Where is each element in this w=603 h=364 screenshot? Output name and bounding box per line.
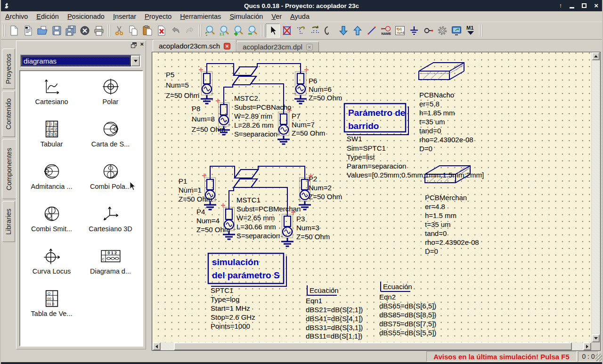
diagram-item-carta-de-smith[interactable]: Carta de S...	[81, 115, 140, 158]
tab-schematic[interactable]: acoplador23cm.sch ×	[153, 40, 236, 52]
menu-archivo[interactable]: Archivo	[1, 12, 32, 21]
diagram-item-tabular[interactable]: fiu142235 Tabular	[22, 115, 81, 158]
port-P7[interactable]	[277, 108, 292, 145]
sidebar-tab-proyectos[interactable]: Proyectos	[2, 49, 15, 89]
diagram-item-tabla-de-verdad[interactable]: Q00 101 0 Tabla de Ve...	[22, 285, 81, 327]
equation-eqn1[interactable]: Ecuación Eqn1 dBS21=dB(S[2,1]) dBS41=dB(…	[306, 285, 363, 340]
diagram-item-combi-polar-smith[interactable]: Combi Pola...	[81, 158, 140, 200]
menu-ayuda[interactable]: Ayuda	[286, 12, 314, 21]
maximize-icon[interactable]	[582, 3, 587, 8]
paste-button[interactable]	[140, 24, 155, 38]
sidebar-tab-contenido[interactable]: Contenido	[2, 91, 15, 137]
scrollbar-thumb[interactable]	[174, 342, 572, 350]
sparameter-simulation-component[interactable]: simulación del parámetro S SPTC1 Type=lo…	[208, 253, 286, 330]
horizontal-scrollbar[interactable]	[153, 342, 591, 350]
new-text-document-button[interactable]	[21, 24, 35, 38]
vertical-scrollbar[interactable]	[592, 52, 600, 342]
minimize-icon[interactable]	[570, 7, 574, 8]
insert-wire-button[interactable]	[365, 24, 379, 38]
open-document-button[interactable]	[35, 24, 49, 38]
port-P6[interactable]	[294, 68, 309, 104]
sidebar-tab-componentes[interactable]: Componentes	[2, 139, 16, 199]
rotate-component-button[interactable]	[294, 24, 308, 38]
copy-button[interactable]	[126, 24, 140, 38]
zoom-one-to-one-button[interactable]: 1:1	[217, 24, 231, 38]
menu-proyecto[interactable]: Proyecto	[140, 12, 176, 21]
diagram-item-combi-smith-polar[interactable]: Combi Smit...	[22, 200, 81, 243]
toolbar-handle[interactable]	[107, 24, 111, 37]
component-category-select[interactable]: diagramas	[20, 55, 141, 67]
port-P1[interactable]	[202, 174, 217, 210]
zoom-in-button[interactable]	[231, 24, 245, 38]
dock-float-icon[interactable]	[132, 42, 137, 46]
menu-simulacion[interactable]: Simulación	[225, 12, 267, 21]
menu-posicionado[interactable]: Posicionado	[63, 12, 109, 21]
menu-insertar[interactable]: Insertar	[109, 12, 140, 21]
resize-grip[interactable]	[595, 354, 602, 361]
redo-button[interactable]	[183, 24, 197, 38]
scroll-right-button[interactable]	[583, 342, 591, 350]
view-data-display-button[interactable]	[449, 24, 464, 38]
scroll-left-button[interactable]	[153, 342, 161, 350]
schematic-canvas[interactable]: P5 Num=5 Z=50 Ohm P8 Num=8 Z=50 Ohm P6 N…	[153, 52, 591, 342]
port-P4[interactable]	[221, 203, 236, 240]
coupler-label-mstc2[interactable]: MSTC2 Subst=PCBNacho W=2.89 mm L=28.26 m…	[234, 94, 291, 138]
coupled-line-mstc2[interactable]	[233, 67, 257, 85]
equation-eqn2[interactable]: Ecuación Eqn2 dBS65=dB(S[6,5]) dBS85=dB(…	[379, 282, 436, 337]
menu-ver[interactable]: Ver	[267, 12, 286, 21]
port-P3[interactable]	[281, 210, 295, 247]
close-document-button[interactable]	[78, 24, 92, 38]
subcircuit-enter-button[interactable]	[336, 24, 350, 38]
zoom-out-button[interactable]	[245, 24, 260, 38]
insert-port-button[interactable]	[421, 24, 435, 38]
scroll-down-button[interactable]	[592, 334, 600, 342]
new-document-button[interactable]	[7, 24, 21, 38]
set-marker-button[interactable]: M1	[464, 24, 478, 38]
sidebar-tab-libraries[interactable]: Libraries	[2, 201, 15, 242]
diagram-item-diagrama-de-tiempo[interactable]: 0 1 2c Diagrama d...	[81, 243, 140, 285]
diagram-item-cartesiano-3d[interactable]: Cartesiano 3D	[81, 200, 140, 243]
mirror-y-button[interactable]	[322, 24, 336, 38]
dropdown-button[interactable]	[131, 56, 140, 66]
port-label-P2[interactable]: P2 Num=2 Z=50 Ohm	[309, 175, 342, 201]
substrate-pcbnacho-icon[interactable]	[419, 63, 464, 80]
dock-header[interactable]: ×	[16, 41, 146, 49]
diagram-item-admitancia[interactable]: Admitancia ...	[22, 158, 81, 200]
cut-button[interactable]	[112, 24, 126, 38]
port-label-P5[interactable]: P5 Num=5 Z=50 Ohm	[166, 71, 199, 99]
substrate-label-pcbnacho[interactable]: PCBNacho er=5.8 h=1.85 mm t=35 um tand=0…	[419, 91, 473, 153]
delete-button[interactable]	[155, 24, 169, 38]
scroll-up-button[interactable]	[592, 52, 600, 60]
subcircuit-leave-button[interactable]	[350, 24, 365, 38]
shade-window-icon[interactable]: ↑	[559, 2, 562, 9]
deactivate-component-button[interactable]	[280, 24, 294, 38]
port-label-P3[interactable]: P3 Num=3 Z=50 Ohm	[296, 215, 330, 241]
print-button[interactable]	[92, 24, 106, 38]
port-label-P6[interactable]: P6 Num=6 Z=50 Ohm	[309, 77, 342, 102]
close-tab-icon[interactable]: ×	[224, 43, 230, 49]
wire-label-button[interactable]: NAME	[379, 24, 393, 38]
port-label-P4[interactable]: P4 Num=4 Z=50 Ohm	[196, 208, 230, 234]
toolbar-handle[interactable]	[198, 24, 202, 37]
save-button[interactable]	[49, 24, 64, 38]
close-tab-icon[interactable]: ×	[306, 44, 313, 50]
simulate-button[interactable]	[435, 24, 449, 38]
coupled-line-mstc1[interactable]	[234, 170, 258, 187]
diagram-item-polar[interactable]: Polar	[81, 73, 140, 115]
substrate-label-pcbmerchan[interactable]: PCBMerchan er=4.8 h=1.5 mm t=35 um tand=…	[425, 194, 479, 255]
diagram-item-curva-locus[interactable]: Curva Locus	[22, 243, 81, 285]
save-all-button[interactable]	[64, 24, 78, 38]
tab-data-display[interactable]: acoplador23cm.dpl ×	[236, 41, 319, 52]
insert-equation-button[interactable]: f(u)=u+4	[393, 24, 407, 38]
close-icon[interactable]: ×	[594, 2, 598, 9]
menu-edicion[interactable]: Edición	[32, 12, 63, 21]
port-P5[interactable]	[199, 68, 213, 104]
zoom-fit-button[interactable]	[203, 24, 217, 38]
diagram-item-cartesiano[interactable]: Cartesiano	[22, 73, 81, 115]
undo-button[interactable]	[169, 24, 183, 38]
mirror-x-button[interactable]	[308, 24, 322, 38]
insert-ground-button[interactable]	[407, 24, 421, 38]
toolbar-handle[interactable]	[479, 24, 482, 37]
dock-close-icon[interactable]: ×	[140, 41, 144, 47]
select-pointer-button[interactable]	[266, 24, 280, 38]
